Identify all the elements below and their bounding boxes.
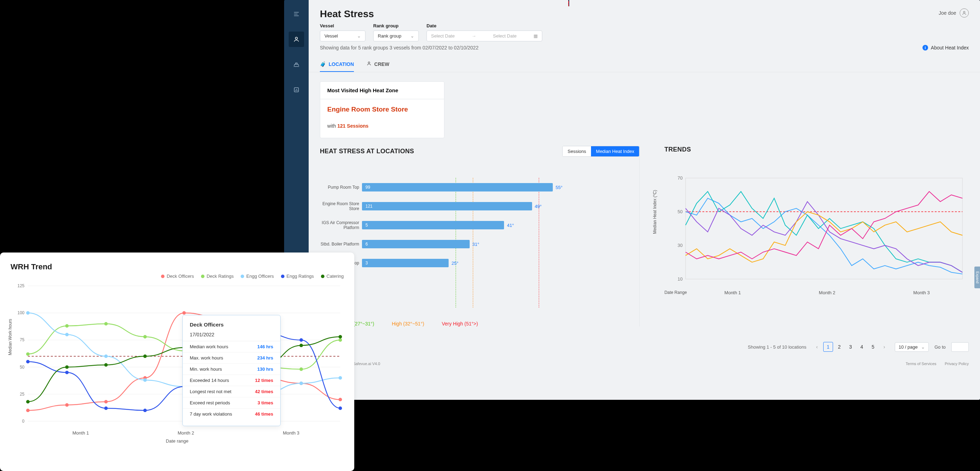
pager-info: Showing 1 - 5 of 10 locations xyxy=(748,344,807,350)
svg-text:25: 25 xyxy=(20,392,25,397)
svg-point-58 xyxy=(104,406,108,410)
svg-point-46 xyxy=(339,339,342,342)
svg-point-54 xyxy=(299,382,303,385)
svg-point-29 xyxy=(26,409,30,412)
svg-point-55 xyxy=(339,376,342,380)
user-avatar-icon xyxy=(960,8,969,18)
heat-legend: Moderate (27°~31°) High (32°~51°) Very H… xyxy=(320,321,640,326)
calendar-icon: ▦ xyxy=(533,33,538,38)
legend-high: High (32°~51°) xyxy=(392,321,425,326)
sidebar-person-icon[interactable] xyxy=(289,32,304,47)
svg-point-41 xyxy=(143,335,147,339)
pager-goto-input[interactable] xyxy=(951,342,969,352)
rank-group-label: Rank group xyxy=(373,23,419,29)
svg-point-59 xyxy=(143,409,147,412)
date-range-picker[interactable]: Select Date → Select Date ▦ xyxy=(426,30,542,41)
pager-page-3[interactable]: 3 xyxy=(846,342,856,352)
person-icon xyxy=(366,61,371,67)
svg-text:70: 70 xyxy=(678,175,682,181)
pager-next[interactable]: › xyxy=(879,342,889,352)
rank-group-select[interactable]: Rank group ⌄ xyxy=(373,30,419,41)
pagination: Showing 1 - 5 of 10 locations ‹ 1 2 3 4 … xyxy=(748,342,969,352)
pager-page-4[interactable]: 4 xyxy=(857,342,867,352)
svg-point-8 xyxy=(964,11,965,13)
svg-point-38 xyxy=(26,352,30,356)
trends-title: TRENDS xyxy=(664,146,691,153)
wrh-ylabel: Median Work hours xyxy=(8,319,13,355)
pager-per-page[interactable]: 10 / page⌄ xyxy=(895,342,929,352)
svg-point-64 xyxy=(339,406,342,410)
wrh-tooltip: Deck Officers 17/01/2022 Median work hou… xyxy=(182,315,281,426)
pager-page-5[interactable]: 5 xyxy=(868,342,878,352)
locations-bar-chart: Pump Room Top9955°Engine Room Store Stor… xyxy=(320,178,640,307)
vessel-select[interactable]: Vessel ⌄ xyxy=(320,30,366,41)
footer-privacy-link[interactable]: Privacy Policy xyxy=(945,361,969,366)
svg-text:10: 10 xyxy=(678,276,682,282)
wrh-xlabel: Date range xyxy=(11,438,344,444)
chevron-down-icon: ⌄ xyxy=(410,33,414,38)
trends-line-chart: Median Heat Index (°C) 10305070 Date Ran… xyxy=(664,174,969,304)
tooltip-series: Deck Officers xyxy=(183,321,280,330)
svg-point-47 xyxy=(26,311,30,315)
footer-terms-link[interactable]: Terms of Services xyxy=(906,361,936,366)
svg-text:50: 50 xyxy=(678,209,682,214)
toggle-sessions[interactable]: Sessions xyxy=(563,146,591,156)
vessel-label: Vessel xyxy=(320,23,366,29)
chevron-down-icon: ⌄ xyxy=(357,33,361,38)
svg-rect-10 xyxy=(686,178,963,279)
svg-point-73 xyxy=(339,335,342,339)
tab-crew[interactable]: CREW xyxy=(366,57,389,72)
wrh-trend-card: WRH Trend Deck OfficersDeck RatingsEngg … xyxy=(0,253,354,471)
legend-very-high: Very High (51°>) xyxy=(442,321,478,326)
svg-point-33 xyxy=(182,311,186,315)
card-title: Most Visited High Heat Zone xyxy=(320,82,444,99)
svg-point-37 xyxy=(339,398,342,401)
session-count: with 121 Sessions xyxy=(327,123,437,129)
zone-name: Engine Room Store Store xyxy=(327,105,437,113)
date-start-placeholder: Select Date xyxy=(431,33,455,38)
about-link[interactable]: i About Heat Index xyxy=(923,45,969,51)
date-label: Date xyxy=(426,23,542,29)
wrh-legend: Deck OfficersDeck RatingsEngg OfficersEn… xyxy=(11,274,344,279)
svg-point-9 xyxy=(368,62,370,64)
expand-tab[interactable]: Expand xyxy=(974,267,980,288)
sidebar-ship-icon[interactable] xyxy=(289,57,304,72)
svg-point-30 xyxy=(65,403,69,407)
svg-point-66 xyxy=(65,366,69,369)
pager-prev[interactable]: ‹ xyxy=(812,342,822,352)
user-name: Joe doe xyxy=(939,10,956,16)
svg-point-65 xyxy=(26,400,30,403)
metric-toggle: Sessions Median Heat Index xyxy=(562,146,640,157)
svg-point-31 xyxy=(104,400,108,403)
pager-page-2[interactable]: 2 xyxy=(834,342,844,352)
svg-text:0: 0 xyxy=(22,419,25,424)
svg-point-72 xyxy=(299,344,303,347)
sidebar-report-icon[interactable] xyxy=(289,82,304,97)
sidebar-toggle-icon[interactable] xyxy=(289,6,304,22)
pager-goto-label: Go to xyxy=(934,344,946,350)
svg-point-49 xyxy=(104,355,108,358)
svg-point-40 xyxy=(104,322,108,325)
tab-location[interactable]: 🧳 LOCATION xyxy=(320,57,354,72)
pager-page-1[interactable]: 1 xyxy=(823,342,833,352)
svg-text:125: 125 xyxy=(18,283,25,288)
svg-text:30: 30 xyxy=(678,243,682,248)
svg-point-63 xyxy=(299,339,303,342)
date-end-placeholder: Select Date xyxy=(493,33,517,38)
svg-point-48 xyxy=(65,333,69,336)
trends-xtitle: Date Range xyxy=(664,290,687,295)
bag-icon: 🧳 xyxy=(320,61,326,67)
svg-text:75: 75 xyxy=(20,337,25,342)
svg-point-57 xyxy=(65,371,69,374)
svg-point-67 xyxy=(104,363,108,367)
user-menu[interactable]: Joe doe xyxy=(939,8,969,18)
page-title: Heat Stress xyxy=(320,8,374,20)
toggle-median-heat-index[interactable]: Median Heat Index xyxy=(591,146,639,156)
wrh-title: WRH Trend xyxy=(11,263,344,271)
svg-text:50: 50 xyxy=(20,365,25,370)
svg-text:100: 100 xyxy=(18,310,25,315)
svg-point-50 xyxy=(143,379,147,382)
svg-point-68 xyxy=(143,355,147,358)
wrh-line-chart: 0255075100125 xyxy=(11,282,344,429)
svg-point-56 xyxy=(26,360,30,363)
